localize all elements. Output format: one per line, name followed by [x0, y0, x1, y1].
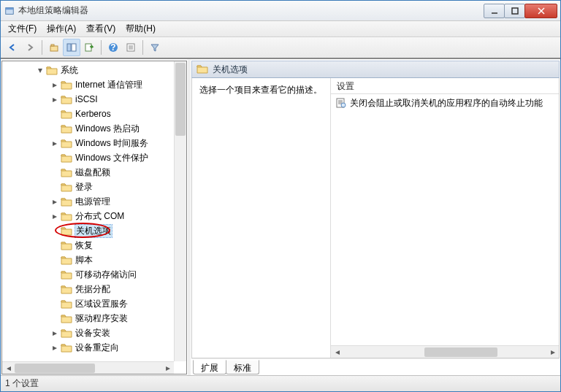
folder-icon	[61, 167, 72, 177]
svg-rect-8	[67, 44, 71, 51]
tree-label: Windows 热启动	[75, 123, 140, 135]
setting-label: 关闭会阻止或取消关机的应用程序的自动终止功能	[350, 97, 543, 109]
menu-bar: 文件(F) 操作(A) 查看(V) 帮助(H)	[1, 21, 560, 37]
title-bar[interactable]: 本地组策略编辑器	[1, 1, 560, 21]
svg-rect-3	[512, 8, 518, 14]
scroll-right-icon[interactable]: ▸	[546, 347, 559, 358]
tree-node[interactable]: 关机选项	[2, 223, 186, 238]
tree-node[interactable]: ▸设备安装	[2, 326, 186, 340]
details-pane: 关机选项 选择一个项目来查看它的描述。 设置 关闭会阻止或取消关机的应用程序的自…	[191, 61, 560, 374]
folder-icon	[61, 80, 72, 90]
tree-node[interactable]: 驱动程序安装	[2, 311, 186, 326]
toolbar-separator	[42, 40, 42, 55]
properties-button[interactable]	[122, 39, 140, 56]
close-button[interactable]	[524, 4, 557, 18]
details-title: 关机选项	[213, 64, 248, 76]
tree-label: 分布式 COM	[75, 210, 124, 223]
folder-icon	[61, 138, 72, 148]
tree-label: Windows 文件保护	[75, 152, 148, 164]
collapse-icon[interactable]: ▾	[36, 66, 45, 74]
horizontal-scrollbar[interactable]: ◂ ▸	[331, 345, 559, 358]
tree-label: 脚本	[75, 254, 93, 266]
folder-icon	[61, 94, 72, 104]
tree-node[interactable]: ▸Internet 通信管理	[2, 77, 186, 92]
svg-rect-7	[51, 45, 54, 46]
tree-label: 电源管理	[75, 196, 110, 208]
app-icon	[4, 5, 15, 17]
folder-icon	[61, 196, 72, 207]
view-tabs: 扩展 标准	[191, 358, 560, 374]
filter-button[interactable]	[146, 39, 164, 56]
tree-node[interactable]: ▸分布式 COM	[2, 209, 186, 223]
tree-node[interactable]: 凭据分配	[2, 282, 186, 296]
tree-node[interactable]: 可移动存储访问	[2, 267, 186, 282]
description-prompt: 选择一个项目来查看它的描述。	[199, 85, 322, 95]
help-button[interactable]: ?	[104, 39, 122, 56]
window-buttons	[484, 4, 557, 18]
tree-label: 系统	[61, 64, 78, 77]
scrollbar-thumb[interactable]	[175, 63, 186, 136]
menu-view[interactable]: 查看(V)	[82, 21, 120, 36]
status-text: 1 个设置	[5, 377, 39, 390]
export-list-button[interactable]	[80, 39, 98, 56]
tab-extended[interactable]: 扩展	[193, 360, 226, 374]
tree-label: 设备安装	[75, 327, 110, 339]
minimize-button[interactable]	[484, 4, 505, 18]
menu-file[interactable]: 文件(F)	[4, 21, 41, 36]
status-bar: 1 个设置	[1, 375, 560, 391]
menu-help[interactable]: 帮助(H)	[121, 21, 160, 36]
tree-label: 可移动存储访问	[75, 269, 137, 281]
details-body: 选择一个项目来查看它的描述。 设置 关闭会阻止或取消关机的应用程序的自动终止功能…	[191, 78, 560, 358]
folder-icon	[61, 328, 72, 338]
tree-node[interactable]: Kerberos	[2, 107, 186, 121]
tree-node[interactable]: 脚本	[2, 253, 186, 267]
scroll-left-icon[interactable]: ◂	[2, 363, 15, 374]
tree-node-root[interactable]: ▾系统	[2, 63, 186, 77]
tree-label: 驱动程序安装	[75, 312, 128, 325]
folder-icon	[61, 342, 72, 353]
app-window: 本地组策略编辑器 文件(F) 操作(A) 查看(V) 帮助(H) ? ▾系统▸I…	[0, 0, 561, 392]
setting-icon	[335, 97, 347, 109]
show-hide-tree-button[interactable]	[63, 39, 80, 56]
column-header-setting[interactable]: 设置	[331, 78, 559, 94]
scrollbar-thumb[interactable]	[15, 364, 95, 373]
vertical-scrollbar[interactable]	[174, 61, 186, 361]
setting-item[interactable]: 关闭会阻止或取消关机的应用程序的自动终止功能	[331, 96, 559, 110]
details-header: 关机选项	[191, 61, 560, 78]
scroll-right-icon[interactable]: ▸	[161, 363, 174, 374]
tree-label: 恢复	[75, 239, 93, 252]
tree-label: 磁盘配额	[75, 166, 110, 179]
horizontal-scrollbar[interactable]: ◂ ▸	[2, 361, 174, 374]
tree-node[interactable]: Windows 热启动	[2, 121, 186, 136]
up-button[interactable]	[45, 39, 63, 56]
scroll-left-icon[interactable]: ◂	[331, 347, 343, 358]
tree-label: iSCSI	[75, 94, 98, 104]
tree-node[interactable]: ▸Windows 时间服务	[2, 136, 186, 150]
folder-icon	[196, 64, 208, 76]
tree-node[interactable]: Windows 文件保护	[2, 150, 186, 165]
back-button[interactable]	[4, 39, 21, 56]
tree-node[interactable]: 恢复	[2, 238, 186, 253]
tree-node[interactable]: ▸iSCSI	[2, 92, 186, 107]
tree-label: 凭据分配	[75, 283, 110, 296]
forward-button[interactable]	[21, 39, 39, 56]
toolbar-separator	[142, 40, 143, 55]
settings-list: 设置 关闭会阻止或取消关机的应用程序的自动终止功能 ◂ ▸	[331, 78, 559, 358]
tree-node[interactable]: 登录	[2, 180, 186, 194]
tree-node[interactable]: ▸电源管理	[2, 194, 186, 209]
scrollbar-thumb[interactable]	[424, 347, 497, 357]
folder-icon	[61, 182, 72, 192]
description-area: 选择一个项目来查看它的描述。	[192, 78, 331, 358]
tree-label: 区域设置服务	[75, 298, 128, 310]
tab-standard[interactable]: 标准	[226, 360, 259, 374]
tree-node[interactable]: 磁盘配额	[2, 165, 186, 180]
folder-icon	[61, 313, 72, 323]
tree-node[interactable]: 区域设置服务	[2, 296, 186, 311]
tree-label: 设备重定向	[75, 342, 119, 354]
svg-rect-1	[6, 7, 14, 9]
menu-action[interactable]: 操作(A)	[42, 21, 80, 36]
folder-icon	[46, 65, 58, 75]
tree-view[interactable]: ▾系统▸Internet 通信管理▸iSCSIKerberosWindows 热…	[1, 61, 187, 374]
maximize-button[interactable]	[504, 4, 525, 18]
tree-node[interactable]: ▸设备重定向	[2, 340, 186, 355]
